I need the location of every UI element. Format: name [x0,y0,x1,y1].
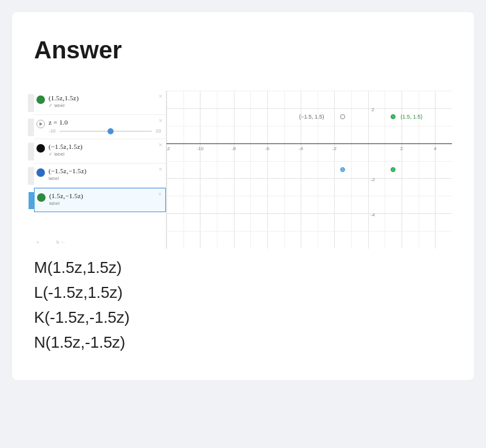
color-swatch-icon[interactable] [36,95,45,104]
answer-line: M(1.5z,1.5z) [34,258,452,277]
answer-list: M(1.5z,1.5z)L(-1.5z,1.5z)K(-1.5z,-1.5z)N… [34,258,452,352]
sidebar-toolbar[interactable]: ≡ ⇅ ⋯ [34,236,166,249]
x-tick-label: 2 [400,146,403,151]
close-icon[interactable]: × [158,191,162,198]
expression-row[interactable]: (−1.5z,−1.5z)label× [34,164,166,188]
point-label: (1.5, 1.5) [400,114,422,120]
graphing-tool: (1.5z,1.5z)✓ label×z = 1.0-1010×(−1.5z,1… [34,91,452,249]
expression-row[interactable]: (1.5z,−1.5z)label× [34,188,166,212]
x-tick-label: -4 [299,146,303,151]
answer-card: Answer (1.5z,1.5z)✓ label×z = 1.0-1010×(… [12,12,474,380]
close-icon[interactable]: × [159,142,162,148]
y-tick-label: -4 [371,212,375,218]
close-icon[interactable]: × [159,117,162,124]
point-label: (−1.5, 1.5) [299,114,324,120]
menu-icon[interactable]: ≡ [36,240,39,245]
expression-text[interactable]: (−1.5z,1.5z) [49,143,161,150]
x-tick-label: -12 [166,146,170,151]
expression-row[interactable]: z = 1.0-1010× [34,115,166,139]
expression-list: (1.5z,1.5z)✓ label×z = 1.0-1010×(−1.5z,1… [34,91,166,249]
expression-sublabel: ✓ label [49,103,161,108]
answer-line: K(-1.5z,-1.5z) [34,308,452,327]
color-swatch-icon[interactable] [37,193,46,202]
plotted-point[interactable] [340,167,345,172]
expression-text[interactable]: (1.5z,1.5z) [49,94,161,102]
more-icon[interactable]: ⇅ ⋯ [56,240,65,245]
close-icon[interactable]: × [159,166,162,173]
expression-sublabel: label [49,201,160,206]
answer-line: N(1.5z,-1.5z) [34,333,452,352]
expression-text[interactable]: z = 1.0 [49,119,161,126]
x-tick-label: -10 [197,146,204,151]
x-axis [166,143,452,144]
expression-row[interactable]: (−1.5z,1.5z)✓ label× [34,139,166,164]
x-tick-label: -8 [231,146,236,151]
x-tick-label: -6 [265,146,269,151]
plotted-point[interactable] [391,167,395,172]
x-tick-label: 4 [434,146,436,151]
color-swatch-icon[interactable] [36,144,45,153]
expression-row[interactable]: (1.5z,1.5z)✓ label× [34,91,166,115]
close-icon[interactable]: × [159,93,162,100]
expression-sublabel: ✓ label [49,151,161,157]
coordinate-plane[interactable]: -12-10-8-6-4-224-6-4-22(−1.5, 1.5)(1.5, … [166,91,452,249]
x-tick-label: -2 [332,146,337,151]
y-tick-label: 2 [372,107,374,112]
play-icon[interactable] [36,120,45,128]
plotted-point[interactable] [340,114,345,119]
plotted-point[interactable] [391,114,395,119]
slider[interactable]: -1010 [49,128,161,134]
page-title: Answer [34,36,452,64]
expression-text[interactable]: (−1.5z,−1.5z) [49,167,161,174]
y-tick-label: -6 [371,247,375,249]
color-swatch-icon[interactable] [36,168,45,177]
expression-sublabel: label [49,176,161,181]
answer-line: L(-1.5z,1.5z) [34,283,452,302]
y-tick-label: -2 [371,177,375,182]
expression-text[interactable]: (1.5z,−1.5z) [49,192,160,199]
